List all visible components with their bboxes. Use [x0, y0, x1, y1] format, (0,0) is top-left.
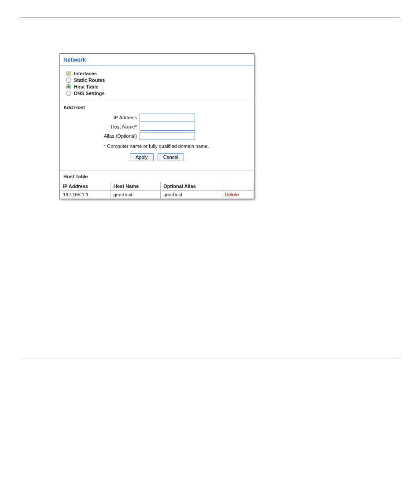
radio-interfaces[interactable]: Interfaces	[66, 71, 251, 76]
radio-dns-settings[interactable]: DNS Settings	[66, 91, 251, 96]
radio-static-routes[interactable]: Static Routes	[66, 77, 251, 83]
bottom-rule	[20, 358, 400, 358]
radio-label: Host Table	[74, 84, 98, 89]
radio-label: Static Routes	[74, 77, 105, 83]
radio-label: DNS Settings	[74, 91, 105, 96]
network-panel: Network Interfaces Static Routes Host Ta…	[59, 53, 254, 199]
radio-icon	[66, 77, 71, 83]
add-host-title: Add Host	[60, 101, 254, 112]
delete-link[interactable]: Delete	[225, 192, 239, 197]
cancel-button[interactable]: Cancel	[158, 153, 184, 161]
radio-icon	[66, 71, 71, 76]
host-name-label: Host Name*	[60, 124, 140, 129]
host-table: IP Address Host Name Optional Alias 192.…	[60, 182, 254, 199]
col-alias: Optional Alias	[161, 182, 222, 191]
add-host-form: IP Address Host Name* Alias (Optional) *…	[60, 114, 254, 167]
cell-host: gearhost	[111, 191, 161, 199]
host-table-title: Host Table	[60, 170, 254, 182]
alias-label: Alias (Optional)	[60, 133, 140, 139]
cell-alias: gearhost	[161, 191, 222, 199]
panel-title: Network	[60, 54, 254, 66]
host-name-input[interactable]	[140, 123, 195, 131]
ip-address-input[interactable]	[140, 114, 195, 121]
col-host: Host Name	[111, 182, 161, 191]
ip-address-label: IP Address	[60, 115, 140, 120]
radio-icon	[66, 84, 71, 89]
alias-input[interactable]	[140, 132, 195, 140]
table-row: 192.168.1.1 gearhost gearhost Delete	[60, 191, 254, 199]
radio-list: Interfaces Static Routes Host Table DNS …	[60, 66, 254, 98]
form-note: * Computer name or fully qualified domai…	[104, 143, 254, 149]
radio-host-table[interactable]: Host Table	[66, 84, 251, 89]
col-ip: IP Address	[60, 182, 111, 191]
cell-ip: 192.168.1.1	[60, 191, 111, 199]
apply-button[interactable]: Apply	[130, 153, 154, 161]
radio-label: Interfaces	[74, 71, 97, 76]
col-action	[222, 182, 254, 191]
radio-icon	[66, 91, 71, 96]
